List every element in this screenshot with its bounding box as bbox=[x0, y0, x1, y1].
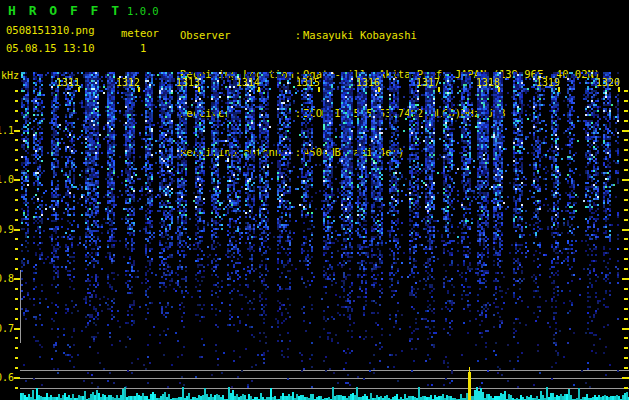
y-major-tick-right bbox=[622, 130, 629, 132]
y-minor-tick-right bbox=[624, 337, 628, 339]
y-minor-tick-right bbox=[624, 238, 628, 240]
x-tick-mark bbox=[138, 87, 140, 92]
x-tick-mark bbox=[78, 87, 80, 92]
y-minor-tick-right bbox=[624, 258, 628, 260]
y-major-tick-right bbox=[622, 179, 629, 181]
y-minor-tick-right bbox=[624, 159, 628, 161]
x-tick-label: 1314 bbox=[236, 77, 260, 88]
y-minor-tick-left bbox=[15, 298, 18, 300]
y-tick-label: 1.1 bbox=[0, 125, 14, 136]
y-major-tick-left bbox=[14, 229, 20, 231]
y-major-tick-left bbox=[14, 278, 20, 280]
y-major-tick-right bbox=[622, 377, 629, 379]
y-minor-tick-right bbox=[624, 149, 628, 151]
y-minor-tick-right bbox=[624, 288, 628, 290]
x-tick-mark bbox=[618, 87, 620, 92]
y-minor-tick-right bbox=[624, 209, 628, 211]
y-tick-label: 0.6 bbox=[0, 372, 14, 383]
y-minor-tick-right bbox=[624, 248, 628, 250]
y-minor-tick-left bbox=[15, 219, 18, 221]
y-minor-tick-right bbox=[624, 169, 628, 171]
y-minor-tick-right bbox=[624, 308, 628, 310]
y-minor-tick-left bbox=[15, 238, 18, 240]
y-minor-tick-right bbox=[624, 110, 628, 112]
y-minor-tick-left bbox=[15, 337, 18, 339]
x-tick-label: 1319 bbox=[536, 77, 560, 88]
info-colon: : bbox=[293, 29, 303, 42]
y-minor-tick-right bbox=[624, 367, 628, 369]
y-minor-tick-right bbox=[624, 357, 628, 359]
y-major-tick-left bbox=[14, 328, 20, 330]
y-minor-tick-left bbox=[15, 120, 18, 122]
y-minor-tick-left bbox=[15, 258, 18, 260]
x-tick-label: 1313 bbox=[176, 77, 200, 88]
info-value: Masayuki Kobayashi bbox=[303, 29, 417, 41]
x-tick-label: 1317 bbox=[416, 77, 440, 88]
x-tick-label: 1316 bbox=[356, 77, 380, 88]
y-minor-tick-right bbox=[624, 298, 628, 300]
y-minor-tick-left bbox=[15, 347, 18, 349]
y-tick-label: 0.8 bbox=[0, 273, 14, 284]
app-title: H R O F F T bbox=[8, 3, 122, 18]
x-tick-label: 1318 bbox=[476, 77, 500, 88]
x-tick-label: 1312 bbox=[116, 77, 140, 88]
y-tick-label: 1.0 bbox=[0, 174, 14, 185]
spectrogram-canvas bbox=[20, 72, 629, 400]
y-tick-label: 0.9 bbox=[0, 224, 14, 235]
khz-axis-label: kHz bbox=[1, 70, 19, 81]
y-minor-tick-left bbox=[15, 139, 18, 141]
y-minor-tick-right bbox=[624, 90, 628, 92]
y-minor-tick-right bbox=[624, 139, 628, 141]
meteor-count: 1 bbox=[140, 42, 146, 54]
y-minor-tick-left bbox=[15, 159, 18, 161]
x-tick-mark bbox=[258, 87, 260, 92]
y-minor-tick-left bbox=[15, 288, 18, 290]
y-minor-tick-right bbox=[624, 387, 628, 389]
y-minor-tick-left bbox=[15, 308, 18, 310]
y-major-tick-left bbox=[14, 377, 20, 379]
timestamp: 05.08.15 13:10 bbox=[6, 42, 95, 54]
x-tick-mark bbox=[438, 87, 440, 92]
y-minor-tick-left bbox=[15, 367, 18, 369]
hrofft-output-screen: H R O F F T 1.0.0 0508151310.png meteor … bbox=[0, 0, 629, 400]
y-minor-tick-left bbox=[15, 199, 18, 201]
x-tick-label: 1311 bbox=[56, 77, 80, 88]
y-minor-tick-right bbox=[624, 318, 628, 320]
x-tick-mark bbox=[378, 87, 380, 92]
y-minor-tick-left bbox=[15, 357, 18, 359]
y-minor-tick-right bbox=[624, 100, 628, 102]
y-minor-tick-right bbox=[624, 347, 628, 349]
y-minor-tick-left bbox=[15, 90, 18, 92]
x-tick-mark bbox=[498, 87, 500, 92]
output-filename: 0508151310.png bbox=[6, 24, 95, 36]
x-tick-mark bbox=[198, 87, 200, 92]
app-version: 1.0.0 bbox=[127, 5, 159, 17]
y-major-tick-right bbox=[622, 328, 629, 330]
y-minor-tick-left bbox=[15, 209, 18, 211]
y-minor-tick-right bbox=[624, 199, 628, 201]
y-minor-tick-right bbox=[624, 120, 628, 122]
y-major-tick-left bbox=[14, 179, 20, 181]
y-tick-label: 0.7 bbox=[0, 323, 14, 334]
y-minor-tick-left bbox=[15, 268, 18, 270]
x-tick-mark bbox=[558, 87, 560, 92]
x-tick-mark bbox=[318, 87, 320, 92]
y-minor-tick-right bbox=[624, 219, 628, 221]
y-minor-tick-left bbox=[15, 149, 18, 151]
y-minor-tick-left bbox=[15, 387, 18, 389]
x-tick-label: 1320 bbox=[596, 77, 620, 88]
y-minor-tick-right bbox=[624, 268, 628, 270]
y-minor-tick-left bbox=[15, 318, 18, 320]
info-label: Observer bbox=[180, 29, 293, 42]
y-major-tick-left bbox=[14, 130, 20, 132]
y-minor-tick-left bbox=[15, 169, 18, 171]
y-minor-tick-left bbox=[15, 248, 18, 250]
y-major-tick-right bbox=[622, 278, 629, 280]
y-minor-tick-left bbox=[15, 110, 18, 112]
info-row-observer: Observer:Masayuki Kobayashi bbox=[180, 29, 600, 42]
y-minor-tick-right bbox=[624, 189, 628, 191]
y-major-tick-right bbox=[622, 229, 629, 231]
mode-label: meteor bbox=[121, 27, 159, 39]
y-minor-tick-left bbox=[15, 100, 18, 102]
x-tick-label: 1315 bbox=[296, 77, 320, 88]
